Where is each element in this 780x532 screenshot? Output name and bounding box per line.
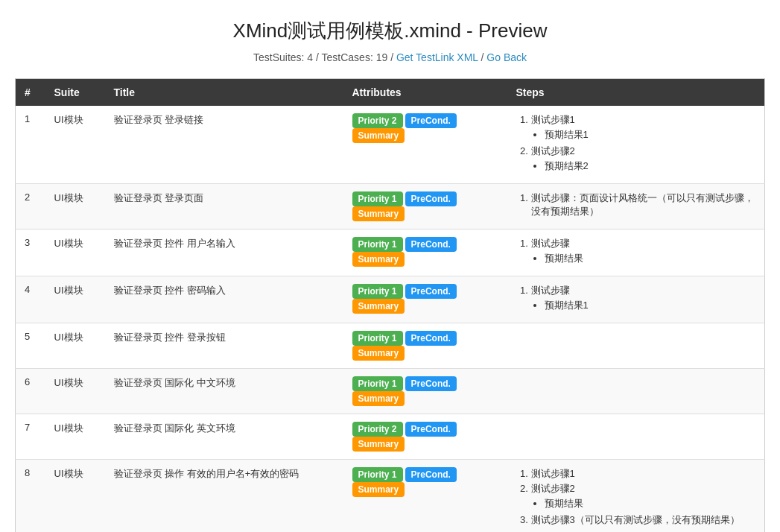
steps-list: 测试步骤1预期结果1测试步骤2预期结果2 <box>516 113 756 173</box>
sub-step-item: 预期结果1 <box>545 299 756 312</box>
cell-attributes: Priority 1PreCond.Summary <box>343 184 507 229</box>
steps-list: 测试步骤预期结果 <box>516 237 756 265</box>
steps-list: 测试步骤：页面设计风格统一（可以只有测试步骤，没有预期结果） <box>516 191 756 218</box>
step-item: 测试步骤2预期结果2 <box>531 145 756 173</box>
cell-suite: UI模块 <box>45 369 105 414</box>
cell-attributes: Priority 1PreCond.Summary <box>343 369 507 414</box>
summary-badge: Summary <box>352 391 405 406</box>
table-body: 1UI模块验证登录页 登录链接Priority 2PreCond.Summary… <box>16 106 765 532</box>
sub-steps-list: 预期结果 <box>531 497 756 510</box>
cell-steps: 测试步骤1测试步骤2预期结果测试步骤3（可以只有测试步骤，没有预期结果） <box>507 460 765 533</box>
priority-badge: Priority 1 <box>352 467 403 482</box>
sub-step-item: 预期结果2 <box>545 159 756 173</box>
table-container: # Suite Title Attributes Steps 1UI模块验证登录… <box>0 71 780 532</box>
cell-attributes: Priority 1PreCond.Summary <box>343 229 507 276</box>
cell-suite: UI模块 <box>45 323 105 369</box>
summary-badge: Summary <box>352 299 405 314</box>
test-cases-table: # Suite Title Attributes Steps 1UI模块验证登录… <box>15 78 765 532</box>
cell-steps <box>507 369 765 414</box>
step-item: 测试步骤预期结果 <box>531 237 756 265</box>
col-header-attrs: Attributes <box>343 79 507 107</box>
summary-badge: Summary <box>352 437 405 452</box>
sub-step-item: 预期结果 <box>545 497 756 510</box>
stats-text: TestSuites: 4 / TestCases: 19 / <box>253 51 393 63</box>
cell-title: 验证登录页 控件 密码输入 <box>105 276 343 323</box>
col-header-steps: Steps <box>507 79 765 107</box>
summary-badge: Summary <box>352 128 405 143</box>
cell-attributes: Priority 2PreCond.Summary <box>343 106 507 184</box>
sub-step-item: 预期结果 <box>545 252 756 265</box>
step-item: 测试步骤：页面设计风格统一（可以只有测试步骤，没有预期结果） <box>531 191 756 218</box>
cell-attributes: Priority 2PreCond.Summary <box>343 414 507 460</box>
priority-badge: Priority 1 <box>352 331 403 346</box>
cell-title: 验证登录页 国际化 中文环境 <box>105 369 343 414</box>
cell-num: 1 <box>16 106 45 184</box>
table-row: 1UI模块验证登录页 登录链接Priority 2PreCond.Summary… <box>16 106 765 184</box>
cell-steps <box>507 414 765 460</box>
cell-title: 验证登录页 操作 有效的用户名+有效的密码 <box>105 460 343 533</box>
cell-title: 验证登录页 登录页面 <box>105 184 343 229</box>
page-title: XMind测试用例模板.xmind - Preview <box>15 18 765 44</box>
sub-step-item: 预期结果1 <box>545 128 756 142</box>
cell-title: 验证登录页 控件 用户名输入 <box>105 229 343 276</box>
sub-steps-list: 预期结果1 <box>531 128 756 142</box>
cell-steps: 测试步骤预期结果 <box>507 229 765 276</box>
cell-title: 验证登录页 登录链接 <box>105 106 343 184</box>
sub-steps-list: 预期结果2 <box>531 159 756 173</box>
priority-badge: Priority 2 <box>352 113 403 128</box>
steps-list: 测试步骤1测试步骤2预期结果测试步骤3（可以只有测试步骤，没有预期结果） <box>516 467 756 527</box>
cell-attributes: Priority 1PreCond.Summary <box>343 460 507 533</box>
precond-badge: PreCond. <box>405 113 457 128</box>
table-header: # Suite Title Attributes Steps <box>16 79 765 107</box>
cell-suite: UI模块 <box>45 276 105 323</box>
table-row: 7UI模块验证登录页 国际化 英文环境Priority 2PreCond.Sum… <box>16 414 765 460</box>
priority-badge: Priority 2 <box>352 422 403 437</box>
cell-num: 2 <box>16 184 45 229</box>
priority-badge: Priority 1 <box>352 191 403 206</box>
cell-num: 8 <box>16 460 45 533</box>
cell-steps: 测试步骤：页面设计风格统一（可以只有测试步骤，没有预期结果） <box>507 184 765 229</box>
go-back-link[interactable]: Go Back <box>486 51 527 63</box>
priority-badge: Priority 1 <box>352 237 403 252</box>
sub-steps-list: 预期结果 <box>531 252 756 265</box>
step-item: 测试步骤1 <box>531 467 756 481</box>
priority-badge: Priority 1 <box>352 376 403 391</box>
cell-suite: UI模块 <box>45 184 105 229</box>
precond-badge: PreCond. <box>405 422 457 437</box>
sub-steps-list: 预期结果1 <box>531 299 756 312</box>
page-subtitle: TestSuites: 4 / TestCases: 19 / Get Test… <box>15 51 765 63</box>
step-item: 测试步骤3（可以只有测试步骤，没有预期结果） <box>531 513 756 527</box>
table-row: 5UI模块验证登录页 控件 登录按钮Priority 1PreCond.Summ… <box>16 323 765 369</box>
page-header: XMind测试用例模板.xmind - Preview TestSuites: … <box>0 0 780 71</box>
cell-num: 6 <box>16 369 45 414</box>
summary-badge: Summary <box>352 346 405 361</box>
cell-title: 验证登录页 国际化 英文环境 <box>105 414 343 460</box>
cell-attributes: Priority 1PreCond.Summary <box>343 323 507 369</box>
cell-steps: 测试步骤1预期结果1测试步骤2预期结果2 <box>507 106 765 184</box>
get-testlink-xml-link[interactable]: Get TestLink XML <box>396 51 478 63</box>
table-row: 6UI模块验证登录页 国际化 中文环境Priority 1PreCond.Sum… <box>16 369 765 414</box>
precond-badge: PreCond. <box>405 376 457 391</box>
step-item: 测试步骤2预期结果 <box>531 482 756 510</box>
cell-num: 5 <box>16 323 45 369</box>
cell-title: 验证登录页 控件 登录按钮 <box>105 323 343 369</box>
precond-badge: PreCond. <box>405 331 457 346</box>
precond-badge: PreCond. <box>405 467 457 482</box>
precond-badge: PreCond. <box>405 237 457 252</box>
cell-suite: UI模块 <box>45 106 105 184</box>
cell-suite: UI模块 <box>45 229 105 276</box>
steps-list: 测试步骤预期结果1 <box>516 284 756 312</box>
table-row: 8UI模块验证登录页 操作 有效的用户名+有效的密码Priority 1PreC… <box>16 460 765 533</box>
cell-num: 4 <box>16 276 45 323</box>
summary-badge: Summary <box>352 252 405 267</box>
summary-badge: Summary <box>352 206 405 221</box>
header-row: # Suite Title Attributes Steps <box>16 79 765 107</box>
cell-num: 3 <box>16 229 45 276</box>
precond-badge: PreCond. <box>405 284 457 299</box>
cell-steps: 测试步骤预期结果1 <box>507 276 765 323</box>
col-header-title: Title <box>105 79 343 107</box>
cell-steps <box>507 323 765 369</box>
cell-suite: UI模块 <box>45 414 105 460</box>
col-header-num: # <box>16 79 45 107</box>
col-header-suite: Suite <box>45 79 105 107</box>
